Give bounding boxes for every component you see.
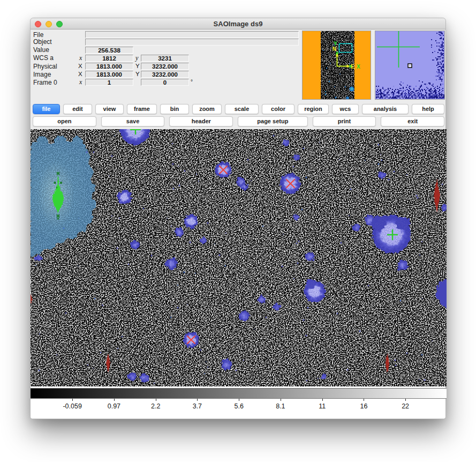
svg-text:X: X — [357, 64, 360, 70]
svg-text:N: N — [333, 46, 336, 52]
svg-text:E: E — [351, 64, 354, 70]
